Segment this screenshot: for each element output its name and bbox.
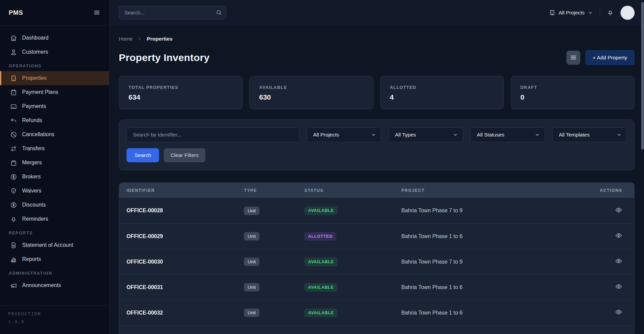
add-property-button[interactable]: + Add Property xyxy=(585,50,635,65)
title-row: Property Inventory + Add Property xyxy=(119,50,635,65)
breadcrumb-home-link[interactable]: Home xyxy=(119,36,133,42)
notifications-button[interactable] xyxy=(607,9,614,16)
eye-icon xyxy=(615,283,622,290)
calendar-icon xyxy=(10,89,17,96)
sidebar-item-label: Discounts xyxy=(22,202,46,208)
column-identifier: IDENTIFIER xyxy=(127,188,244,193)
status-badge: ALLOTTED xyxy=(304,232,336,241)
type-badge: Unit xyxy=(244,283,259,291)
stat-label: DRAFT xyxy=(521,85,625,90)
shield-check-icon xyxy=(10,187,17,194)
sidebar-item-dashboard[interactable]: Dashboard xyxy=(0,31,109,45)
filter-select-all-templates[interactable]: All Templates xyxy=(552,127,627,142)
menu-icon xyxy=(93,9,100,16)
avatar[interactable] xyxy=(621,6,635,20)
chevron-down-icon xyxy=(371,132,376,137)
sidebar-item-waivers[interactable]: Waivers xyxy=(0,184,109,198)
select-value: All Statuses xyxy=(477,132,504,138)
chevron-down-icon xyxy=(453,132,458,137)
chevron-right-icon xyxy=(137,36,142,42)
chevron-down-icon xyxy=(588,10,593,15)
property-identifier: OFFICE-00032 xyxy=(127,310,244,316)
sidebar-item-cancellations[interactable]: Cancellations xyxy=(0,127,109,142)
filter-select-all-statuses[interactable]: All Statuses xyxy=(470,127,545,142)
page-title: Property Inventory xyxy=(119,52,209,63)
chevron-down-icon xyxy=(535,132,540,137)
sidebar-footer: PRODUCTION 1.0.0 xyxy=(0,305,109,334)
topbar-right: All Projects xyxy=(549,6,635,20)
bell-icon xyxy=(607,9,614,16)
identifier-search-input[interactable] xyxy=(127,127,299,142)
stat-card: TOTAL PROPERTIES 634 xyxy=(119,76,243,109)
building-icon xyxy=(10,75,17,82)
project-name: Bahria Town Phase 1 to 6 xyxy=(401,284,584,290)
filter-select-all-projects[interactable]: All Projects xyxy=(307,127,381,142)
breadcrumb: Home Properties xyxy=(119,36,635,42)
main-content: Home Properties Property Inventory + Add… xyxy=(109,26,644,334)
sidebar-item-label: Cancellations xyxy=(22,131,54,137)
app-logo: PMS xyxy=(9,9,23,16)
property-identifier: OFFICE-00028 xyxy=(127,208,244,214)
merge-icon xyxy=(10,159,17,166)
sidebar-item-customers[interactable]: Customers xyxy=(0,45,109,59)
eye-icon xyxy=(615,207,622,214)
property-identifier: OFFICE-00030 xyxy=(127,259,244,265)
bar-chart-icon xyxy=(10,256,17,263)
status-badge: AVAILABLE xyxy=(304,283,338,292)
view-property-button[interactable] xyxy=(615,309,622,316)
version-label: 1.0.0 xyxy=(8,319,101,324)
stat-value: 634 xyxy=(129,93,233,101)
eye-icon xyxy=(615,232,622,239)
chevron-down-icon xyxy=(616,132,622,137)
sidebar-item-reports[interactable]: Reports xyxy=(0,252,109,266)
sidebar-item-transfers[interactable]: Transfers xyxy=(0,142,109,156)
sidebar-item-properties[interactable]: Properties xyxy=(0,71,109,85)
sidebar-item-discounts[interactable]: Discounts xyxy=(0,198,109,212)
type-badge: Unit xyxy=(244,232,259,240)
sidebar-item-label: Dashboard xyxy=(22,35,48,41)
sidebar-item-refunds[interactable]: Refunds xyxy=(0,113,109,127)
type-badge: Unit xyxy=(244,258,259,266)
type-badge: Unit xyxy=(244,309,259,317)
view-property-button[interactable] xyxy=(615,258,622,265)
stat-value: 630 xyxy=(259,93,363,101)
table-row: OFFICE-00031 Unit AVAILABLE Bahria Town … xyxy=(119,274,634,300)
sidebar-toggle-button[interactable] xyxy=(93,9,100,16)
stat-label: ALLOTTED xyxy=(390,85,494,90)
sidebar-item-brokers[interactable]: Brokers xyxy=(0,170,109,184)
sidebar-item-label: Refunds xyxy=(22,117,42,123)
filter-buttons: Search Clear Filters xyxy=(127,148,627,162)
project-selector[interactable]: All Projects xyxy=(549,9,593,16)
menu-icon xyxy=(570,54,577,61)
select-value: All Types xyxy=(395,132,416,138)
title-actions: + Add Property xyxy=(566,50,635,65)
sidebar-item-reminders[interactable]: Reminders xyxy=(0,212,109,226)
sidebar-section-label: ADMINISTRATION xyxy=(0,266,109,278)
sidebar-item-payment-plans[interactable]: Payment Plans xyxy=(0,85,109,99)
vertical-scrollbar[interactable] xyxy=(641,2,644,150)
project-name: Bahria Town Phase 7 to 9 xyxy=(401,208,584,214)
home-icon xyxy=(10,35,17,42)
project-name: Bahria Town Phase 1 to 6 xyxy=(401,233,584,239)
column-type: TYPE xyxy=(244,188,304,193)
clear-filters-button[interactable]: Clear Filters xyxy=(164,148,205,162)
column-status: STATUS xyxy=(304,188,401,193)
transfer-icon xyxy=(10,145,17,152)
list-view-button[interactable] xyxy=(566,51,580,65)
global-search-input[interactable] xyxy=(119,6,226,19)
ban-icon xyxy=(10,131,17,138)
view-property-button[interactable] xyxy=(615,232,622,239)
view-property-button[interactable] xyxy=(615,207,622,214)
sidebar-item-announcements[interactable]: Announcements xyxy=(0,278,109,292)
sidebar-item-payments[interactable]: Payments xyxy=(0,99,109,113)
table-body: OFFICE-00028 Unit AVAILABLE Bahria Town … xyxy=(119,198,634,333)
sidebar-item-mergers[interactable]: Mergers xyxy=(0,156,109,170)
view-property-button[interactable] xyxy=(615,283,622,290)
property-identifier: OFFICE-00029 xyxy=(127,233,244,239)
building-icon xyxy=(549,9,555,16)
filter-search-button[interactable]: Search xyxy=(127,148,159,162)
sidebar-item-statement-of-account[interactable]: Statement of Account xyxy=(0,238,109,252)
filter-select-all-types[interactable]: All Types xyxy=(389,127,463,142)
property-identifier: OFFICE-00031 xyxy=(127,284,244,290)
dollar-icon xyxy=(10,173,17,180)
